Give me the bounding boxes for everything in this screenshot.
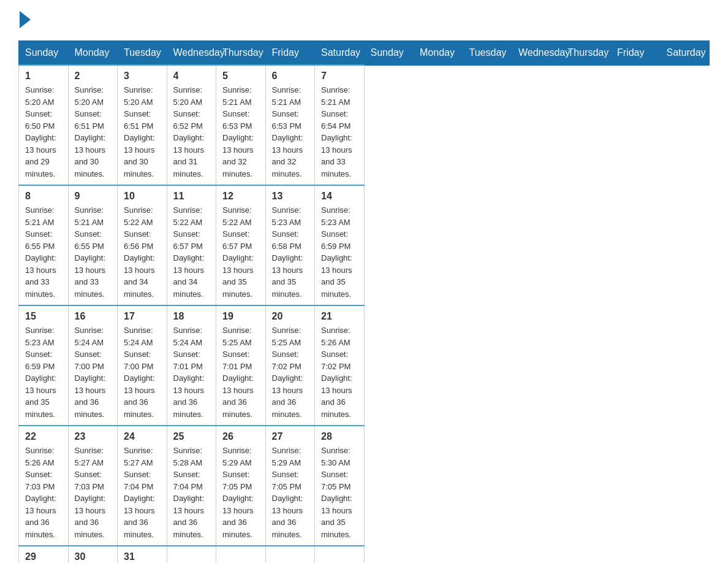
day-info: Sunrise: 5:23 AMSunset: 6:59 PMDaylight:… xyxy=(321,204,358,300)
day-cell: 12 Sunrise: 5:22 AMSunset: 6:57 PMDaylig… xyxy=(216,185,266,305)
day-info: Sunrise: 5:21 AMSunset: 6:55 PMDaylight:… xyxy=(75,204,112,300)
day-cell: 7 Sunrise: 5:21 AMSunset: 6:54 PMDayligh… xyxy=(315,65,365,185)
logo xyxy=(18,12,31,28)
day-info: Sunrise: 5:20 AMSunset: 6:51 PMDaylight:… xyxy=(124,84,161,180)
day-cell: 31 Sunrise: 5:32 AMSunset: 7:07 PMDaylig… xyxy=(118,546,167,563)
calendar-header-row: SundayMondayTuesdayWednesdayThursdayFrid… xyxy=(19,41,710,66)
day-cell: 1 Sunrise: 5:20 AMSunset: 6:50 PMDayligh… xyxy=(19,65,69,185)
day-cell: 16 Sunrise: 5:24 AMSunset: 7:00 PMDaylig… xyxy=(68,305,118,426)
day-number: 22 xyxy=(25,431,62,442)
day-number: 24 xyxy=(124,431,161,442)
header-tuesday: Tuesday xyxy=(118,41,167,66)
header-wednesday: Wednesday xyxy=(512,41,562,66)
day-cell: 29 Sunrise: 5:30 AMSunset: 7:06 PMDaylig… xyxy=(19,546,69,563)
day-number: 13 xyxy=(272,191,309,202)
day-cell: 2 Sunrise: 5:20 AMSunset: 6:51 PMDayligh… xyxy=(68,65,118,185)
day-info: Sunrise: 5:29 AMSunset: 7:05 PMDaylight:… xyxy=(272,445,309,540)
day-number: 1 xyxy=(25,71,62,82)
day-info: Sunrise: 5:27 AMSunset: 7:03 PMDaylight:… xyxy=(75,445,112,540)
day-cell xyxy=(216,546,266,563)
day-number: 16 xyxy=(75,311,112,322)
day-info: Sunrise: 5:30 AMSunset: 7:05 PMDaylight:… xyxy=(321,445,358,540)
header-sunday: Sunday xyxy=(364,41,414,66)
day-number: 7 xyxy=(321,71,358,82)
day-cell: 27 Sunrise: 5:29 AMSunset: 7:05 PMDaylig… xyxy=(265,426,315,546)
day-number: 4 xyxy=(173,71,210,82)
day-info: Sunrise: 5:23 AMSunset: 6:58 PMDaylight:… xyxy=(272,204,309,300)
day-info: Sunrise: 5:24 AMSunset: 7:00 PMDaylight:… xyxy=(124,324,161,420)
day-cell: 4 Sunrise: 5:20 AMSunset: 6:52 PMDayligh… xyxy=(167,65,216,185)
week-row-2: 8 Sunrise: 5:21 AMSunset: 6:55 PMDayligh… xyxy=(19,185,710,305)
day-info: Sunrise: 5:24 AMSunset: 7:01 PMDaylight:… xyxy=(173,324,210,420)
day-info: Sunrise: 5:21 AMSunset: 6:55 PMDaylight:… xyxy=(25,204,62,300)
day-number: 29 xyxy=(25,551,62,562)
day-info: Sunrise: 5:27 AMSunset: 7:04 PMDaylight:… xyxy=(124,445,161,540)
day-number: 26 xyxy=(222,431,259,442)
day-info: Sunrise: 5:26 AMSunset: 7:03 PMDaylight:… xyxy=(25,445,62,540)
calendar-table: SundayMondayTuesdayWednesdayThursdayFrid… xyxy=(18,40,710,563)
header-thursday: Thursday xyxy=(561,41,611,66)
day-number: 8 xyxy=(25,191,62,202)
day-cell: 22 Sunrise: 5:26 AMSunset: 7:03 PMDaylig… xyxy=(19,426,69,546)
day-info: Sunrise: 5:20 AMSunset: 6:52 PMDaylight:… xyxy=(173,84,210,180)
header-thursday: Thursday xyxy=(216,41,266,66)
day-cell: 20 Sunrise: 5:25 AMSunset: 7:02 PMDaylig… xyxy=(265,305,315,426)
day-number: 17 xyxy=(124,311,161,322)
day-info: Sunrise: 5:26 AMSunset: 7:02 PMDaylight:… xyxy=(321,324,358,420)
header-saturday: Saturday xyxy=(660,41,710,66)
day-number: 19 xyxy=(222,311,259,322)
day-cell: 11 Sunrise: 5:22 AMSunset: 6:57 PMDaylig… xyxy=(167,185,216,305)
day-number: 27 xyxy=(272,431,309,442)
day-cell xyxy=(167,546,216,563)
day-cell: 3 Sunrise: 5:20 AMSunset: 6:51 PMDayligh… xyxy=(118,65,167,185)
day-info: Sunrise: 5:29 AMSunset: 7:05 PMDaylight:… xyxy=(222,445,259,540)
day-number: 30 xyxy=(75,551,112,562)
day-info: Sunrise: 5:21 AMSunset: 6:53 PMDaylight:… xyxy=(272,84,309,180)
day-info: Sunrise: 5:22 AMSunset: 6:57 PMDaylight:… xyxy=(222,204,259,300)
week-row-4: 22 Sunrise: 5:26 AMSunset: 7:03 PMDaylig… xyxy=(19,426,710,546)
day-number: 9 xyxy=(75,191,112,202)
day-cell: 9 Sunrise: 5:21 AMSunset: 6:55 PMDayligh… xyxy=(68,185,118,305)
header-monday: Monday xyxy=(414,41,463,66)
day-info: Sunrise: 5:28 AMSunset: 7:04 PMDaylight:… xyxy=(173,445,210,540)
day-number: 21 xyxy=(321,311,358,322)
day-info: Sunrise: 5:24 AMSunset: 7:00 PMDaylight:… xyxy=(75,324,112,420)
logo-arrow-icon xyxy=(20,11,31,28)
day-cell: 28 Sunrise: 5:30 AMSunset: 7:05 PMDaylig… xyxy=(315,426,365,546)
header-tuesday: Tuesday xyxy=(463,41,512,66)
header-friday: Friday xyxy=(265,41,315,66)
day-number: 25 xyxy=(173,431,210,442)
day-cell: 8 Sunrise: 5:21 AMSunset: 6:55 PMDayligh… xyxy=(19,185,69,305)
day-number: 20 xyxy=(272,311,309,322)
day-cell: 26 Sunrise: 5:29 AMSunset: 7:05 PMDaylig… xyxy=(216,426,266,546)
day-cell: 21 Sunrise: 5:26 AMSunset: 7:02 PMDaylig… xyxy=(315,305,365,426)
day-cell: 19 Sunrise: 5:25 AMSunset: 7:01 PMDaylig… xyxy=(216,305,266,426)
day-info: Sunrise: 5:21 AMSunset: 6:54 PMDaylight:… xyxy=(321,84,358,180)
day-number: 14 xyxy=(321,191,358,202)
header-sunday: Sunday xyxy=(19,41,69,66)
day-info: Sunrise: 5:22 AMSunset: 6:57 PMDaylight:… xyxy=(173,204,210,300)
week-row-3: 15 Sunrise: 5:23 AMSunset: 6:59 PMDaylig… xyxy=(19,305,710,426)
day-cell xyxy=(265,546,315,563)
week-row-1: 1 Sunrise: 5:20 AMSunset: 6:50 PMDayligh… xyxy=(19,65,710,185)
day-number: 2 xyxy=(75,71,112,82)
day-info: Sunrise: 5:20 AMSunset: 6:51 PMDaylight:… xyxy=(75,84,112,180)
header-wednesday: Wednesday xyxy=(167,41,216,66)
header-monday: Monday xyxy=(68,41,118,66)
day-cell: 6 Sunrise: 5:21 AMSunset: 6:53 PMDayligh… xyxy=(265,65,315,185)
day-info: Sunrise: 5:21 AMSunset: 6:53 PMDaylight:… xyxy=(222,84,259,180)
day-cell: 30 Sunrise: 5:31 AMSunset: 7:06 PMDaylig… xyxy=(68,546,118,563)
day-number: 5 xyxy=(222,71,259,82)
day-number: 15 xyxy=(25,311,62,322)
day-info: Sunrise: 5:25 AMSunset: 7:01 PMDaylight:… xyxy=(222,324,259,420)
day-cell: 18 Sunrise: 5:24 AMSunset: 7:01 PMDaylig… xyxy=(167,305,216,426)
day-cell: 24 Sunrise: 5:27 AMSunset: 7:04 PMDaylig… xyxy=(118,426,167,546)
page-header xyxy=(18,12,710,28)
header-saturday: Saturday xyxy=(315,41,365,66)
day-cell: 5 Sunrise: 5:21 AMSunset: 6:53 PMDayligh… xyxy=(216,65,266,185)
day-cell: 15 Sunrise: 5:23 AMSunset: 6:59 PMDaylig… xyxy=(19,305,69,426)
day-info: Sunrise: 5:22 AMSunset: 6:56 PMDaylight:… xyxy=(124,204,161,300)
day-number: 18 xyxy=(173,311,210,322)
day-number: 10 xyxy=(124,191,161,202)
day-cell: 23 Sunrise: 5:27 AMSunset: 7:03 PMDaylig… xyxy=(68,426,118,546)
